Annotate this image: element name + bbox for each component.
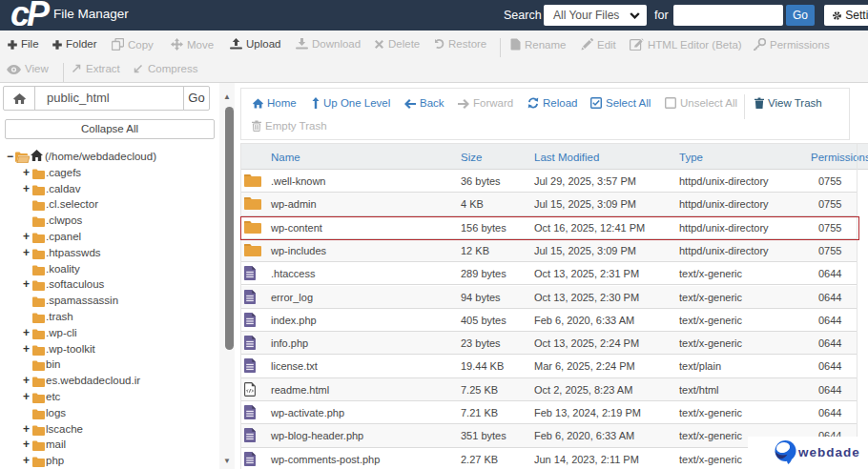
svg-text:webdade: webdade [797, 445, 860, 459]
